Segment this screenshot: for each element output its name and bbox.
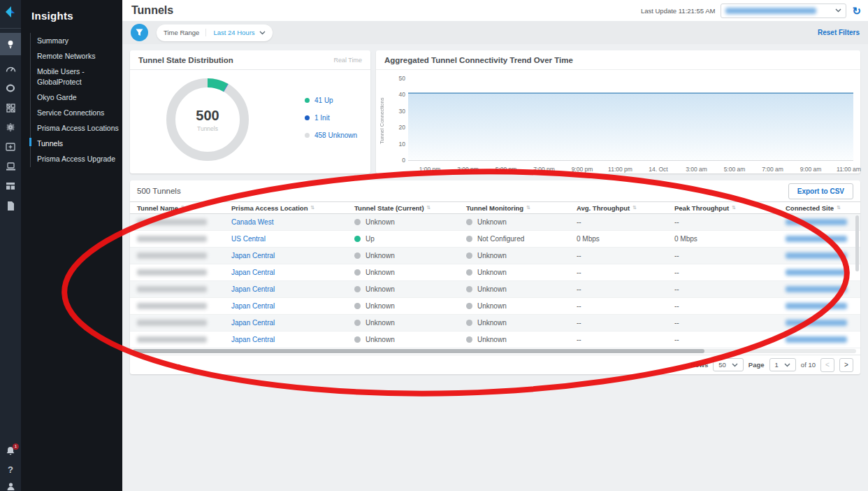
top-bar: Tunnels Last Update 11:21:55 AM ↻ [122, 0, 868, 21]
column-header-tunnel-monitoring[interactable]: Tunnel Monitoring⇅ [459, 202, 570, 213]
redacted-tunnel-name [137, 269, 207, 276]
donut-card-title: Tunnel State Distribution [138, 56, 233, 64]
page-label: Page [748, 361, 765, 369]
donut-total-label: Tunnels [197, 125, 218, 132]
table-row: Japan CentralUnknownUnknown---- [130, 298, 860, 315]
location-cell: Canada West [224, 214, 347, 230]
sidebar-item-remote-networks[interactable]: Remote Networks [31, 48, 122, 64]
redacted-connected-site-link[interactable] [786, 269, 847, 276]
sidebar-item-prisma-access-locations[interactable]: Prisma Access Locations [31, 120, 122, 136]
peak-throughput-cell: -- [667, 214, 779, 230]
rows-label: Rows [690, 361, 708, 369]
column-header-prisma-access-location[interactable]: Prisma Access Location⇅ [224, 202, 347, 213]
avg-throughput-cell: -- [570, 298, 667, 314]
tunnel-name-cell [130, 248, 224, 264]
subscriptions-card-icon[interactable] [0, 137, 21, 157]
redacted-connected-site-link[interactable] [786, 336, 847, 343]
vertical-scrollbar[interactable] [855, 215, 859, 271]
x-axis-tick: 7:00 am [762, 166, 783, 173]
refresh-icon[interactable]: ↻ [852, 6, 861, 16]
scrollbar-thumb[interactable] [133, 349, 704, 353]
tunnel-name-cell [130, 315, 224, 331]
devices-icon[interactable] [0, 157, 21, 176]
legend-item[interactable]: 1 Init [305, 114, 357, 122]
y-axis-tick: 50 [390, 75, 405, 82]
notifications-bell-icon[interactable]: 1 [0, 441, 21, 460]
column-header-tunnel-state-current-[interactable]: Tunnel State (Current)⇅ [347, 202, 459, 213]
x-axis-tick: 14. Oct [649, 166, 667, 173]
export-csv-button[interactable]: Export to CSV [788, 183, 853, 199]
settings-gear-icon[interactable] [0, 118, 21, 137]
column-header-peak-throughput[interactable]: Peak Throughput⇅ [667, 202, 779, 213]
legend-dot-icon [305, 115, 310, 120]
location-link[interactable]: Japan Central [231, 269, 275, 276]
donut-legend: 41 Up1 Init458 Unknown [305, 97, 357, 139]
reset-filters-link[interactable]: Reset Filters [818, 29, 860, 36]
redacted-tunnel-name [137, 286, 207, 292]
prev-page-button[interactable]: < [820, 358, 834, 372]
redacted-tunnel-name [137, 252, 207, 259]
location-link[interactable]: US Central [231, 235, 266, 243]
sidebar-item-summary[interactable]: Summary [31, 33, 122, 48]
tunnel-state-cell: Unknown [347, 315, 459, 331]
connected-site-cell [779, 315, 857, 331]
layout-icon[interactable] [0, 176, 21, 196]
redacted-connected-site-link[interactable] [786, 252, 847, 259]
reports-doc-icon[interactable] [0, 196, 21, 215]
insights-icon[interactable] [0, 33, 21, 55]
chevron-down-icon [732, 363, 738, 367]
column-header-connected-site[interactable]: Connected Site⇅ [779, 202, 857, 213]
redacted-connected-site-link[interactable] [786, 320, 847, 326]
sidebar-item-okyo-garde[interactable]: Okyo Garde [31, 90, 122, 105]
sidebar-item-service-connections[interactable]: Service Connections [31, 105, 122, 120]
y-axis-tick: 30 [390, 108, 405, 115]
redacted-connected-site-link[interactable] [786, 303, 847, 309]
y-axis-tick: 40 [390, 91, 405, 98]
rows-per-page-select[interactable]: 50 [713, 358, 744, 371]
column-header-avg-throughput[interactable]: Avg. Throughput⇅ [570, 202, 667, 213]
table-row: Canada WestUnknownUnknown---- [130, 214, 860, 231]
sidebar-nav: SummaryRemote NetworksMobile Users - Glo… [30, 33, 122, 167]
sidebar-title: Insights [21, 0, 122, 33]
page-select[interactable]: 1 [769, 358, 796, 371]
peak-throughput-cell: -- [667, 315, 779, 331]
apps-grid-icon[interactable] [0, 98, 21, 118]
redacted-connected-site-link[interactable] [786, 219, 847, 225]
legend-dot-icon [305, 98, 310, 103]
next-page-button[interactable]: > [839, 358, 853, 372]
dashboard-icon[interactable] [0, 59, 21, 78]
prisma-logo-icon[interactable] [3, 4, 18, 20]
avg-throughput-cell: 0 Mbps [570, 231, 667, 247]
redacted-connected-site-link[interactable] [786, 286, 847, 292]
location-link[interactable]: Japan Central [231, 319, 275, 327]
redacted-connected-site-link[interactable] [786, 236, 847, 242]
tenant-dropdown[interactable] [721, 3, 846, 18]
chevron-down-icon [784, 363, 790, 367]
legend-item[interactable]: 41 Up [305, 97, 357, 104]
sort-icon: ⇅ [732, 205, 736, 211]
user-icon[interactable] [0, 476, 21, 491]
redacted-tunnel-name [137, 236, 207, 242]
sidebar-item-tunnels[interactable]: Tunnels [31, 136, 122, 151]
redacted-tunnel-name [137, 219, 207, 225]
sase-ring-icon[interactable] [0, 78, 21, 98]
time-range-filter[interactable]: Time Range Last 24 Hours [157, 24, 273, 41]
sidebar-item-prisma-access-upgrade[interactable]: Prisma Access Upgrade [31, 151, 122, 166]
location-link[interactable]: Japan Central [231, 285, 275, 293]
tunnel-monitoring-cell: Unknown [459, 264, 570, 280]
tunnel-monitoring-cell: Not Configured [459, 231, 570, 247]
location-link[interactable]: Canada West [231, 218, 273, 226]
horizontal-scrollbar[interactable] [133, 349, 856, 353]
legend-item[interactable]: 458 Unknown [305, 131, 357, 139]
y-axis-tick: 20 [390, 124, 405, 131]
column-header-tunnel-name[interactable]: Tunnel Name⇅ [130, 202, 224, 213]
location-link[interactable]: Japan Central [231, 302, 275, 310]
redacted-tunnel-name [137, 303, 207, 309]
sidebar-item-mobile-users-globalprotect[interactable]: Mobile Users - GlobalProtect [31, 64, 122, 89]
filter-icon[interactable] [131, 24, 148, 41]
status-dot-icon [466, 219, 472, 225]
location-link[interactable]: Japan Central [231, 252, 275, 259]
pagination-bar: Rows 50 Page 1 of 10 < > [130, 355, 860, 374]
location-link[interactable]: Japan Central [231, 336, 275, 343]
tunnel-state-cell: Unknown [347, 264, 459, 280]
